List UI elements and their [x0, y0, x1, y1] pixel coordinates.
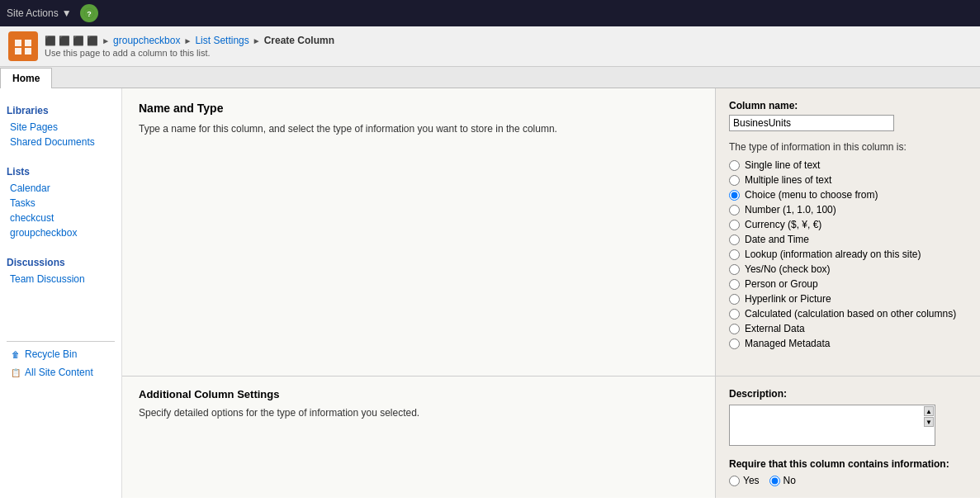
sidebar-libraries-title[interactable]: Libraries	[7, 105, 115, 116]
breadcrumb-sep2: ►	[183, 36, 192, 45]
description-field-label: Description:	[729, 388, 967, 400]
type-number-label: Number (1, 1.0, 100)	[745, 204, 836, 215]
name-and-type-title: Name and Type	[139, 102, 698, 115]
breadcrumb-sep1: ►	[102, 36, 110, 45]
recycle-bin-icon: 🗑	[10, 348, 21, 360]
sidebar-all-site-content-link[interactable]: 📋 All Site Content	[7, 365, 115, 380]
sidebar-item-tasks[interactable]: Tasks	[7, 196, 115, 211]
type-number[interactable]: Number (1, 1.0, 100)	[729, 204, 967, 215]
additional-settings-left: Additional Column Settings Specify detai…	[122, 376, 716, 498]
require-yes-option[interactable]: Yes	[729, 475, 760, 486]
require-label: Require that this column contains inform…	[729, 458, 967, 470]
sidebar-item-shared-documents[interactable]: Shared Documents	[7, 135, 115, 149]
breadcrumb-list-settings[interactable]: List Settings	[195, 35, 249, 46]
type-metadata-label: Managed Metadata	[745, 338, 830, 349]
radio-metadata[interactable]	[729, 339, 740, 349]
radio-person[interactable]	[729, 279, 740, 290]
sidebar-item-groupcheckbox[interactable]: groupcheckbox	[7, 225, 115, 240]
column-name-input[interactable]	[729, 115, 894, 131]
breadcrumb-groupcheckbox[interactable]: groupcheckbox	[113, 35, 180, 46]
type-currency-label: Currency ($, ¥, €)	[745, 219, 821, 230]
site-actions-label: Site Actions	[7, 7, 59, 19]
radio-yesno[interactable]	[729, 264, 740, 275]
radio-hyperlink[interactable]	[729, 294, 740, 305]
sidebar-item-calendar[interactable]: Calendar	[7, 181, 115, 196]
require-no-option[interactable]: No	[769, 475, 796, 486]
additional-settings-section: Additional Column Settings Specify detai…	[122, 376, 980, 498]
site-logo	[8, 31, 38, 61]
type-datetime-label: Date and Time	[745, 234, 809, 245]
additional-settings-right: Description: ▲ ▼ Require that this colum…	[716, 376, 980, 498]
type-person-label: Person or Group	[745, 278, 818, 290]
additional-settings-title: Additional Column Settings	[139, 388, 698, 400]
sidebar-recycle-bin-label: Recycle Bin	[25, 348, 77, 360]
sidebar-discussions-title[interactable]: Discussions	[7, 257, 115, 268]
sidebar-item-team-discussion[interactable]: Team Discussion	[7, 272, 115, 287]
breadcrumb-home-link[interactable]: ⬛ ⬛ ⬛ ⬛	[45, 36, 98, 46]
sidebar-item-checkcust[interactable]: checkcust	[7, 211, 115, 225]
sidebar-lists-title[interactable]: Lists	[7, 166, 115, 178]
type-yesno-label: Yes/No (check box)	[745, 263, 831, 275]
require-row: Yes No	[729, 475, 967, 486]
radio-choice[interactable]	[729, 190, 740, 201]
radio-number[interactable]	[729, 205, 740, 215]
site-actions-arrow: ▼	[62, 7, 72, 19]
radio-external[interactable]	[729, 324, 740, 334]
svg-rect-3	[15, 40, 21, 46]
description-textarea[interactable]	[729, 405, 935, 446]
type-lookup[interactable]: Lookup (information already on this site…	[729, 249, 967, 260]
content-area: Name and Type Type a name for this colum…	[122, 88, 980, 376]
nav-tabs: Home	[0, 67, 980, 88]
sidebar-recycle-bin-link[interactable]: 🗑 Recycle Bin	[7, 347, 115, 362]
type-external[interactable]: External Data	[729, 323, 967, 334]
type-multi-line[interactable]: Multiple lines of text	[729, 174, 967, 186]
help-icon: ?	[80, 4, 98, 22]
type-info-label: The type of information in this column i…	[729, 141, 967, 153]
radio-datetime[interactable]	[729, 234, 740, 245]
radio-lookup[interactable]	[729, 249, 740, 260]
main-layout: Libraries Site Pages Shared Documents Li…	[0, 88, 980, 498]
column-name-label: Column name:	[729, 100, 967, 111]
site-actions-button[interactable]: Site Actions ▼	[7, 7, 72, 19]
type-choice-label: Choice (menu to choose from)	[745, 189, 878, 201]
svg-text:?: ?	[87, 10, 92, 18]
tab-home[interactable]: Home	[0, 68, 52, 88]
require-yes-label: Yes	[743, 475, 760, 486]
svg-rect-6	[25, 48, 31, 54]
type-single-line-label: Single line of text	[745, 159, 820, 171]
breadcrumb: ⬛ ⬛ ⬛ ⬛ ► groupcheckbox ► List Settings …	[45, 35, 334, 46]
type-person[interactable]: Person or Group	[729, 278, 967, 290]
tab-home-label: Home	[12, 73, 40, 84]
type-calculated[interactable]: Calculated (calculation based on other c…	[729, 308, 967, 320]
breadcrumb-sep3: ►	[253, 36, 261, 45]
type-lookup-label: Lookup (information already on this site…	[745, 249, 921, 260]
radio-multi-line[interactable]	[729, 175, 740, 186]
type-choice[interactable]: Choice (menu to choose from)	[729, 189, 967, 201]
content-wrapper: Name and Type Type a name for this colum…	[122, 88, 980, 498]
name-and-type-left: Name and Type Type a name for this colum…	[122, 88, 716, 376]
sidebar-all-site-content-label: All Site Content	[25, 367, 93, 378]
name-and-type-description: Type a name for this column, and select …	[139, 123, 698, 135]
radio-calculated[interactable]	[729, 309, 740, 320]
type-hyperlink-label: Hyperlink or Picture	[745, 293, 831, 305]
title-bar: ⬛ ⬛ ⬛ ⬛ ► groupcheckbox ► List Settings …	[0, 26, 980, 67]
type-external-label: External Data	[745, 323, 805, 334]
type-hyperlink[interactable]: Hyperlink or Picture	[729, 293, 967, 305]
svg-rect-5	[15, 48, 21, 54]
radio-currency[interactable]	[729, 220, 740, 230]
sidebar: Libraries Site Pages Shared Documents Li…	[0, 88, 122, 498]
type-datetime[interactable]: Date and Time	[729, 234, 967, 245]
breadcrumb-area: ⬛ ⬛ ⬛ ⬛ ► groupcheckbox ► List Settings …	[45, 35, 334, 58]
type-yesno[interactable]: Yes/No (check box)	[729, 263, 967, 275]
type-multi-line-label: Multiple lines of text	[745, 174, 831, 186]
type-single-line[interactable]: Single line of text	[729, 159, 967, 171]
require-no-radio[interactable]	[769, 476, 780, 486]
sidebar-item-site-pages[interactable]: Site Pages	[7, 120, 115, 135]
sidebar-divider	[7, 341, 115, 342]
type-metadata[interactable]: Managed Metadata	[729, 338, 967, 349]
require-yes-radio[interactable]	[729, 476, 740, 486]
name-and-type-right: Column name: The type of information in …	[716, 88, 980, 376]
type-calculated-label: Calculated (calculation based on other c…	[745, 308, 956, 320]
radio-single-line[interactable]	[729, 160, 740, 171]
type-currency[interactable]: Currency ($, ¥, €)	[729, 219, 967, 230]
